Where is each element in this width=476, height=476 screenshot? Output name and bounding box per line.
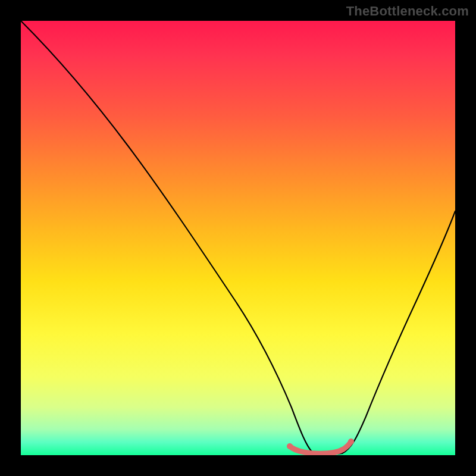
- optimal-left-dot: [287, 443, 293, 449]
- optimal-band-marker: [290, 441, 351, 453]
- watermark-text: TheBottleneck.com: [346, 4, 469, 19]
- bottleneck-curve: [21, 21, 455, 455]
- curve-layer: [21, 21, 455, 455]
- chart-frame: TheBottleneck.com: [0, 0, 476, 476]
- plot-area: [21, 21, 455, 455]
- optimal-right-dot: [348, 439, 354, 444]
